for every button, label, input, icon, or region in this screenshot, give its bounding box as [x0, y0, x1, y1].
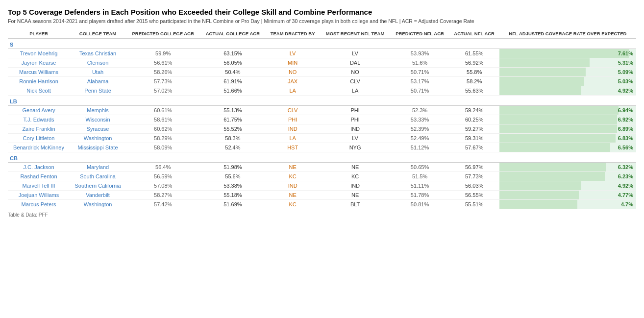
pred-nfl-cell: 53.17% — [390, 77, 449, 86]
actual-college-cell: 55.13% — [200, 106, 265, 115]
actual-nfl-cell: 55.51% — [449, 200, 499, 209]
over-expected-cell: 7.61% — [499, 49, 636, 58]
table-row: Ronnie HarrisonAlabama57.73%61.91%JAXCLV… — [8, 77, 636, 86]
over-expected-value: 6.89% — [618, 126, 633, 132]
table-row: Rashad FentonSouth Carolina56.59%55.6%KC… — [8, 172, 636, 181]
section-header-row: LB — [8, 96, 636, 106]
nfl-team-cell: NE — [320, 163, 391, 172]
college-team-cell: Clemson — [70, 58, 126, 68]
actual-nfl-cell: 57.67% — [449, 143, 499, 152]
col-actual-college-acr: ACTUAL COLLEGE ACR — [200, 29, 265, 39]
actual-college-cell: 53.38% — [200, 181, 265, 191]
section-header-row: CB — [8, 152, 636, 163]
team-drafted-cell: PHI — [266, 115, 320, 124]
player-cell: Joejuan Williams — [8, 191, 70, 200]
actual-college-cell: 55.6% — [200, 172, 265, 181]
actual-college-cell: 58.3% — [200, 134, 265, 143]
player-cell: Zaire Franklin — [8, 124, 70, 134]
over-expected-value: 6.32% — [618, 164, 633, 170]
over-expected-value: 6.56% — [618, 145, 633, 150]
pred-college-cell: 56.4% — [126, 163, 200, 172]
actual-college-cell: 63.15% — [200, 49, 265, 58]
team-drafted-cell: KC — [266, 200, 320, 209]
team-drafted-cell: LV — [266, 49, 320, 58]
table-row: Marvell Tell IIISouthern California57.08… — [8, 181, 636, 191]
section-label: CB — [8, 152, 636, 163]
team-drafted-cell: JAX — [266, 77, 320, 86]
over-expected-value: 4.77% — [618, 192, 633, 198]
actual-nfl-cell: 60.25% — [449, 115, 499, 124]
over-expected-cell: 4.77% — [499, 191, 636, 200]
table-row: Zaire FranklinSyracuse60.62%55.52%INDIND… — [8, 124, 636, 134]
actual-college-cell: 51.98% — [200, 163, 265, 172]
table-header-row: PLAYER COLLEGE TEAM PREDICTED COLLEGE AC… — [8, 29, 636, 39]
footer-text: Table & Data: PFF — [8, 212, 636, 218]
table-row: Genard AveryMemphis60.61%55.13%CLVPHI52.… — [8, 106, 636, 115]
actual-college-cell: 56.05% — [200, 58, 265, 68]
college-team-cell: Memphis — [70, 106, 126, 115]
team-drafted-cell: CLV — [266, 106, 320, 115]
team-drafted-cell: MIN — [266, 58, 320, 68]
pred-college-cell: 56.59% — [126, 172, 200, 181]
college-team-cell: South Carolina — [70, 172, 126, 181]
col-college-team: COLLEGE TEAM — [70, 29, 126, 39]
over-expected-cell: 5.09% — [499, 68, 636, 77]
player-cell: T.J. Edwards — [8, 115, 70, 124]
over-expected-value: 6.92% — [618, 117, 633, 122]
pred-college-cell: 58.09% — [126, 143, 200, 152]
player-cell: Cory Littleton — [8, 134, 70, 143]
pred-nfl-cell: 53.93% — [390, 49, 449, 58]
col-player: PLAYER — [8, 29, 70, 39]
over-expected-value: 4.7% — [621, 201, 633, 207]
pred-nfl-cell: 52.39% — [390, 124, 449, 134]
pred-nfl-cell: 53.33% — [390, 115, 449, 124]
over-expected-value: 6.23% — [618, 173, 633, 179]
actual-college-cell: 61.91% — [200, 77, 265, 86]
player-cell: J.C. Jackson — [8, 163, 70, 172]
nfl-team-cell: LV — [320, 49, 391, 58]
col-pred-nfl-acr: PREDICTED NFL ACR — [390, 29, 449, 39]
over-expected-value: 4.92% — [618, 88, 633, 94]
college-team-cell: Penn State — [70, 86, 126, 96]
actual-college-cell: 52.4% — [200, 143, 265, 152]
pred-college-cell: 58.29% — [126, 134, 200, 143]
nfl-team-cell: IND — [320, 124, 391, 134]
actual-nfl-cell: 59.31% — [449, 134, 499, 143]
over-expected-value: 6.94% — [618, 107, 633, 113]
over-expected-cell: 6.92% — [499, 115, 636, 124]
college-team-cell: Maryland — [70, 163, 126, 172]
team-drafted-cell: LA — [266, 134, 320, 143]
player-cell: Marcus Peters — [8, 200, 70, 209]
pred-nfl-cell: 51.12% — [390, 143, 449, 152]
college-team-cell: Syracuse — [70, 124, 126, 134]
over-expected-cell: 6.83% — [499, 134, 636, 143]
over-expected-value: 5.03% — [618, 78, 633, 84]
pred-college-cell: 58.26% — [126, 68, 200, 77]
over-expected-cell: 4.92% — [499, 181, 636, 191]
nfl-team-cell: DAL — [320, 58, 391, 68]
player-cell: Marcus Williams — [8, 68, 70, 77]
nfl-team-cell: NO — [320, 68, 391, 77]
over-expected-value: 5.09% — [618, 69, 633, 75]
nfl-team-cell: LV — [320, 134, 391, 143]
over-expected-cell: 6.32% — [499, 163, 636, 172]
pred-college-cell: 56.61% — [126, 58, 200, 68]
coverage-table: PLAYER COLLEGE TEAM PREDICTED COLLEGE AC… — [8, 29, 636, 209]
table-row: Marcus WilliamsUtah58.26%50.4%NONO50.71%… — [8, 68, 636, 77]
player-cell: Rashad Fenton — [8, 172, 70, 181]
actual-nfl-cell: 56.03% — [449, 181, 499, 191]
actual-nfl-cell: 56.92% — [449, 58, 499, 68]
pred-college-cell: 58.27% — [126, 191, 200, 200]
over-expected-value: 6.83% — [618, 135, 633, 141]
player-cell: Genard Avery — [8, 106, 70, 115]
actual-nfl-cell: 55.63% — [449, 86, 499, 96]
actual-nfl-cell: 56.55% — [449, 191, 499, 200]
over-expected-cell: 6.94% — [499, 106, 636, 115]
nfl-team-cell: PHI — [320, 106, 391, 115]
pred-college-cell: 60.62% — [126, 124, 200, 134]
table-row: Nick ScottPenn State57.02%51.66%LALA50.7… — [8, 86, 636, 96]
nfl-team-cell: CLV — [320, 77, 391, 86]
chart-subtitle: For NCAA seasons 2014-2021 and players d… — [8, 18, 636, 24]
college-team-cell: Alabama — [70, 77, 126, 86]
section-label: LB — [8, 96, 636, 106]
